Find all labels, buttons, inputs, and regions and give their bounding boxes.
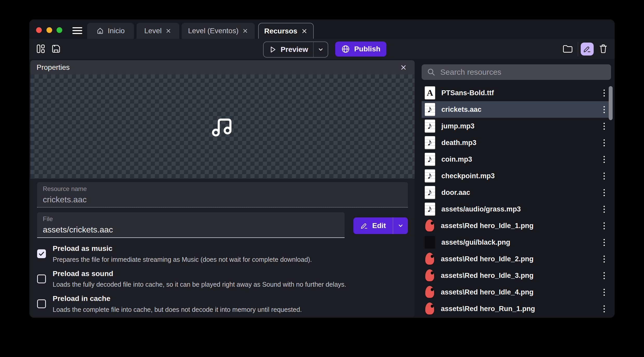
panel-title: Properties — [37, 63, 70, 72]
resource-context-menu-button[interactable] — [600, 203, 608, 215]
audio-file-icon: ♪ — [425, 120, 435, 133]
tab-level-eventos[interactable]: Level (Eventos) — [182, 23, 255, 39]
resource-context-menu-button[interactable] — [600, 187, 608, 198]
resource-name-label: Resource name — [43, 185, 402, 193]
resource-name-value: crickets.aac — [43, 195, 402, 204]
preview-options-button[interactable] — [313, 42, 328, 57]
globe-icon — [341, 45, 350, 53]
resource-context-menu-button[interactable] — [600, 104, 608, 115]
audio-file-icon: ♪ — [425, 153, 435, 166]
tab-label: Inicio — [108, 27, 125, 35]
image-file-icon — [425, 269, 435, 282]
resource-list-item[interactable]: assets\Red hero_Idle_4.png — [422, 284, 609, 300]
tab-close-icon[interactable] — [242, 28, 248, 34]
publish-label: Publish — [354, 45, 380, 53]
resource-context-menu-button[interactable] — [600, 87, 608, 99]
resource-list: A PTSans-Bold.ttf ♪ crickets.aac ♪ jump.… — [422, 85, 613, 317]
play-icon — [269, 46, 277, 53]
file-field[interactable]: File assets/crickets.aac — [37, 212, 345, 238]
resource-name-field[interactable]: Resource name crickets.aac — [37, 182, 408, 208]
resource-file-name: assets\Red hero_Idle_3.png — [441, 272, 600, 280]
resource-file-name: assets\Red hero_Run_1.png — [441, 305, 600, 313]
chevron-down-icon — [397, 222, 404, 229]
edit-label: Edit — [372, 222, 386, 230]
preload-sound-checkbox[interactable] — [37, 274, 46, 283]
preload-sound-row: Preload as sound Loads the fully decoded… — [37, 267, 408, 289]
search-box — [422, 64, 611, 80]
tab-close-icon[interactable] — [301, 28, 308, 35]
resource-list-item[interactable]: assets\Red hero_Idle_3.png — [422, 267, 609, 284]
resource-context-menu-button[interactable] — [600, 220, 608, 231]
resource-list-item[interactable]: ♪ door.aac — [422, 184, 609, 201]
resource-list-item[interactable]: ♪ coin.mp3 — [422, 151, 609, 168]
search-icon — [427, 68, 436, 77]
resource-file-name: assets/gui/black.png — [441, 238, 600, 246]
resource-list-item[interactable]: ♪ assets/audio/grass.mp3 — [422, 201, 609, 217]
resource-list-item[interactable]: A PTSans-Bold.ttf — [422, 85, 609, 101]
resource-list-item[interactable]: assets\Red hero_Run_1.png — [422, 300, 609, 317]
scrollbar-thumb[interactable] — [609, 86, 613, 120]
resource-file-name: jump.mp3 — [441, 122, 600, 130]
preload-cache-row: Preload in cache Loads the complete file… — [37, 292, 408, 314]
resource-list-item[interactable]: ♪ jump.mp3 — [422, 118, 609, 134]
preview-button[interactable]: Preview — [264, 42, 313, 57]
tab-label: Level — [144, 27, 162, 35]
file-explorer-button[interactable] — [563, 44, 573, 53]
resource-list-item[interactable]: ♪ checkpoint.mp3 — [422, 168, 609, 184]
tab-recursos[interactable]: Recursos — [258, 23, 314, 39]
option-description: Loads the fully decoded file into cache,… — [53, 280, 346, 289]
resource-file-name: coin.mp3 — [441, 155, 600, 163]
window-minimize-button[interactable] — [46, 27, 52, 33]
search-input[interactable] — [440, 64, 611, 80]
open-project-manager-button[interactable] — [36, 44, 45, 54]
preload-cache-checkbox[interactable] — [37, 299, 46, 308]
resource-context-menu-button[interactable] — [600, 120, 608, 132]
option-title: Preload as music — [53, 244, 312, 253]
resource-file-name: assets/audio/grass.mp3 — [441, 205, 600, 213]
resource-context-menu-button[interactable] — [600, 286, 608, 298]
resource-context-menu-button[interactable] — [600, 253, 608, 265]
save-button[interactable] — [51, 44, 61, 54]
image-file-icon — [425, 252, 435, 265]
resource-context-menu-button[interactable] — [600, 237, 608, 248]
close-icon — [400, 64, 407, 71]
resources-sidebar: A PTSans-Bold.ttf ♪ crickets.aac ♪ jump.… — [422, 59, 613, 318]
resource-context-menu-button[interactable] — [600, 270, 608, 281]
tab-level[interactable]: Level — [136, 23, 179, 39]
toolbar: Preview Publish — [29, 39, 615, 59]
tab-inicio[interactable]: Inicio — [87, 23, 134, 39]
resource-properties-form: Resource name crickets.aac File assets/c… — [30, 178, 415, 317]
resource-list-item[interactable]: assets\Red hero_Idle_2.png — [422, 251, 609, 267]
close-panel-button[interactable] — [399, 63, 408, 72]
preload-music-checkbox[interactable] — [37, 249, 46, 258]
tab-close-icon[interactable] — [165, 28, 172, 34]
file-label: File — [43, 215, 339, 223]
tab-label: Recursos — [264, 27, 297, 35]
audio-file-icon: ♪ — [425, 103, 435, 116]
option-title: Preload as sound — [53, 269, 346, 279]
option-description: Loads the complete file into cache, but … — [53, 305, 302, 314]
app-window: Inicio Level Level (Eventos) Recursos — [29, 19, 615, 318]
image-file-icon — [425, 236, 435, 249]
resource-list-item[interactable]: ♪ crickets.aac — [422, 101, 609, 118]
edit-file-button[interactable]: Edit — [353, 217, 393, 234]
publish-button[interactable]: Publish — [335, 42, 386, 57]
resource-context-menu-button[interactable] — [600, 303, 608, 314]
resource-context-menu-button[interactable] — [600, 170, 608, 182]
image-file-icon — [425, 302, 435, 315]
resource-context-menu-button[interactable] — [600, 154, 608, 165]
edit-mode-button[interactable] — [581, 43, 594, 56]
main-menu-button[interactable] — [72, 27, 82, 34]
resource-list-item[interactable]: assets\Red hero_Idle_1.png — [422, 217, 609, 234]
chevron-down-icon — [317, 46, 324, 53]
image-file-icon — [425, 286, 435, 299]
resource-context-menu-button[interactable] — [600, 137, 608, 148]
resource-list-item[interactable]: assets/gui/black.png — [422, 234, 609, 251]
window-zoom-button[interactable] — [57, 27, 62, 33]
audio-file-icon: ♪ — [425, 169, 435, 182]
window-close-button[interactable] — [36, 27, 42, 33]
delete-button[interactable] — [598, 44, 608, 54]
resource-list-item[interactable]: ♪ death.mp3 — [422, 134, 609, 151]
edit-options-button[interactable] — [393, 217, 408, 234]
resource-file-name: death.mp3 — [441, 139, 600, 147]
